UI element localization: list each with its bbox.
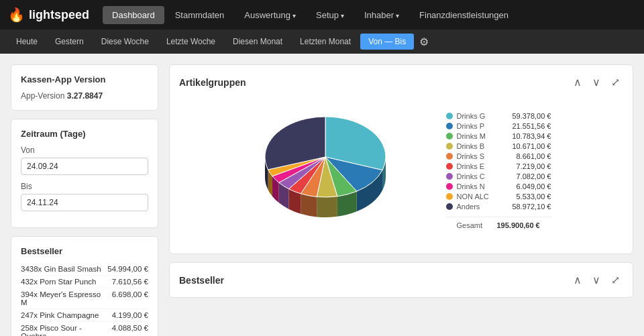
chart-controls: ∧ ∨ ⤢ <box>570 74 623 90</box>
legend-value: 59.378,00 € <box>501 112 551 120</box>
legend-dot <box>446 173 453 180</box>
legend-value: 5.533,00 € <box>501 192 551 201</box>
tab-heute[interactable]: Heute <box>8 34 46 50</box>
von-group: Von <box>21 146 148 175</box>
legend-value: 7.082,00 € <box>501 172 551 180</box>
chart-expand-button[interactable]: ⤢ <box>608 74 623 90</box>
nav-tab-setup[interactable]: Setup▾ <box>307 6 354 24</box>
legend-item: Anders58.972,10 € <box>446 203 551 211</box>
nav-tab-stammdaten[interactable]: Stammdaten <box>166 6 234 24</box>
legend-dot <box>446 133 453 139</box>
bestseller-item-name: 247x Pink Champagne <box>21 311 112 319</box>
legend-value: 10.671,00 € <box>501 142 551 150</box>
legend-item: Drinks M10.783,94 € <box>446 132 551 140</box>
legend-value: 21.551,56 € <box>501 122 551 130</box>
legend-item: NON ALC5.533,00 € <box>446 192 551 201</box>
kassen-app-card: Kassen-App Version App-Version 3.27.8847 <box>11 64 158 111</box>
bestseller-bottom-header: Bestseller ∧ ∨ ⤢ <box>179 272 623 288</box>
legend-label: Drinks E <box>457 162 497 170</box>
bestseller-controls: ∧ ∨ ⤢ <box>570 272 623 288</box>
legend-label: Drinks N <box>457 182 497 190</box>
zeitraum-card: Zeitraum (Tage) Von Bis <box>11 119 158 228</box>
legend-total: Gesamt195.900,60 € <box>446 217 551 229</box>
bestseller-item-name: 432x Porn Star Punch <box>21 278 112 286</box>
kassen-app-title: Kassen-App Version <box>21 74 148 85</box>
logo-text: lightspeed <box>29 8 89 22</box>
tab-letzte-woche[interactable]: Letzte Woche <box>158 34 223 50</box>
bestseller-bottom-title: Bestseller <box>179 275 224 286</box>
pie-chart <box>252 97 426 244</box>
settings-icon[interactable]: ⚙ <box>419 36 429 48</box>
nav-tab-finanz[interactable]: Finanzdienstleistungen <box>410 6 518 24</box>
bestseller-bottom-card: Bestseller ∧ ∨ ⤢ <box>169 262 633 298</box>
bis-label: Bis <box>21 182 148 191</box>
legend-label: Drinks B <box>457 142 497 150</box>
nav-tab-auswertung[interactable]: Auswertung▾ <box>235 6 305 24</box>
logo: 🔥 lightspeed <box>8 7 89 23</box>
legend-dot <box>446 153 453 160</box>
chevron-down-icon: ▾ <box>292 12 296 19</box>
legend-label: Drinks G <box>457 112 497 120</box>
legend-value: 10.783,94 € <box>501 132 551 140</box>
left-panel: Kassen-App Version App-Version 3.27.8847… <box>11 64 158 336</box>
chevron-down-icon: ▾ <box>396 12 399 19</box>
legend-item: Drinks P21.551,56 € <box>446 122 551 130</box>
tab-diese-woche[interactable]: Diese Woche <box>93 34 157 50</box>
tab-gestern[interactable]: Gestern <box>47 34 92 50</box>
chart-up-button[interactable]: ∧ <box>570 74 585 90</box>
bestseller-item-value: 54.994,00 € <box>107 265 148 273</box>
chart-down-button[interactable]: ∨ <box>589 74 604 90</box>
legend-dot <box>446 143 453 150</box>
legend-item: Drinks B10.671,00 € <box>446 142 551 150</box>
list-item: 394x Meyer's Espresso M6.698,00 € <box>21 288 148 309</box>
legend-label: Drinks C <box>457 172 497 180</box>
article-groups-title: Artikelgruppen <box>179 77 246 88</box>
zeitraum-title: Zeitraum (Tage) <box>21 129 148 139</box>
tab-von-bis[interactable]: Von — Bis <box>360 34 414 50</box>
pie-legend: Drinks G59.378,00 €Drinks P21.551,56 €Dr… <box>446 112 551 229</box>
legend-value: 8.661,00 € <box>501 152 551 160</box>
top-navigation: 🔥 lightspeed Dashboard Stammdaten Auswer… <box>0 0 644 30</box>
tab-diesen-monat[interactable]: Diesen Monat <box>225 34 290 50</box>
logo-icon: 🔥 <box>8 7 25 23</box>
list-item: 432x Porn Star Punch7.610,56 € <box>21 276 148 288</box>
legend-dot <box>446 163 453 170</box>
tab-letzten-monat[interactable]: Letzten Monat <box>292 34 359 50</box>
legend-dot <box>446 113 453 119</box>
legend-label: Drinks M <box>457 132 497 140</box>
legend-label: NON ALC <box>457 192 497 201</box>
legend-item: Drinks G59.378,00 € <box>446 112 551 120</box>
list-item: 247x Pink Champagne4.199,00 € <box>21 309 148 322</box>
von-label: Von <box>21 146 148 155</box>
nav-tab-dashboard[interactable]: Dashboard <box>103 6 164 24</box>
legend-total-label: Gesamt <box>446 221 493 229</box>
legend-item: Drinks S8.661,00 € <box>446 152 551 160</box>
bestseller-item-value: 6.698,00 € <box>112 290 148 306</box>
bestseller-title-left: Bestseller <box>21 246 148 256</box>
legend-value: 7.219,00 € <box>501 162 551 170</box>
legend-label: Drinks S <box>457 152 497 160</box>
legend-total-value: 195.900,60 € <box>497 221 540 229</box>
legend-label: Anders <box>457 203 497 211</box>
bis-group: Bis <box>21 182 148 211</box>
bestseller-item-value: 7.610,56 € <box>112 278 148 286</box>
bis-input[interactable] <box>21 194 148 211</box>
bestseller-down-button[interactable]: ∨ <box>589 272 604 288</box>
legend-dot <box>446 203 453 210</box>
legend-value: 6.049,00 € <box>501 182 551 190</box>
bestseller-item-value: 4.199,00 € <box>112 311 148 319</box>
legend-item: Drinks C7.082,00 € <box>446 172 551 180</box>
list-item: 258x Pisco Sour - Quebra4.088,50 € <box>21 322 148 336</box>
legend-dot <box>446 193 453 200</box>
legend-item: Drinks E7.219,00 € <box>446 162 551 170</box>
main-nav-tabs: Dashboard Stammdaten Auswertung▾ Setup▾ … <box>103 6 518 24</box>
kassen-app-version: App-Version 3.27.8847 <box>21 91 148 101</box>
bestseller-up-button[interactable]: ∧ <box>570 272 585 288</box>
bestseller-card-left: Bestseller 3438x Gin Basil Smash54.994,0… <box>11 236 158 336</box>
legend-item: Drinks N6.049,00 € <box>446 182 551 190</box>
bestseller-item-value: 4.088,50 € <box>112 324 148 336</box>
von-input[interactable] <box>21 158 148 175</box>
nav-tab-inhaber[interactable]: Inhaber▾ <box>355 6 409 24</box>
bestseller-expand-button[interactable]: ⤢ <box>608 272 623 288</box>
right-panel: Artikelgruppen ∧ ∨ ⤢ <box>169 64 633 336</box>
